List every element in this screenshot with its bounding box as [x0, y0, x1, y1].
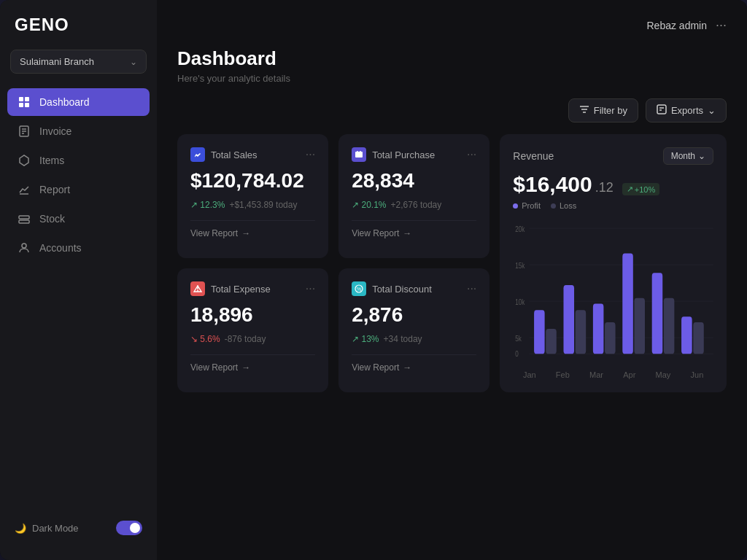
total-purchase-card: Total Purchase ··· 28,834 ↗ 20.1% +2,676… [338, 134, 489, 258]
svg-rect-3 [25, 103, 29, 107]
svg-point-11 [22, 244, 26, 248]
dashboard-icon [18, 96, 31, 109]
sidebar-footer: 🌙 Dark Mode [0, 510, 157, 545]
svg-rect-2 [19, 103, 23, 107]
legend-loss-dot [551, 203, 556, 209]
page-title: Dashboard [177, 47, 727, 70]
chart-x-labels: Jan Feb Mar Apr May Jun [513, 370, 713, 379]
total-sales-title-row: Total Sales [190, 147, 258, 162]
sidebar-item-invoice-label: Invoice [39, 125, 71, 137]
toggle-thumb [130, 523, 140, 533]
svg-rect-32 [576, 310, 587, 354]
revenue-chart: 20k 15k 10k 5k 0 [513, 220, 713, 366]
total-sales-card: Total Sales ··· $120,784.02 ↗ 12.3% +$1,… [177, 134, 328, 258]
total-sales-header: Total Sales ··· [190, 147, 315, 162]
total-sales-menu[interactable]: ··· [306, 148, 315, 161]
total-purchase-title: Total Purchase [372, 149, 435, 160]
branch-selector[interactable]: Sulaimani Branch ⌄ [10, 50, 147, 74]
total-purchase-menu[interactable]: ··· [467, 148, 476, 161]
total-expense-card: Total Expense ··· 18,896 ↘ 5.6% -876 tod… [177, 268, 328, 392]
total-expense-title-row: Total Expense [190, 281, 271, 296]
sidebar-item-stock-label: Stock [39, 213, 65, 225]
svg-text:10k: 10k [516, 297, 525, 306]
stock-icon [18, 212, 31, 225]
month-selector[interactable]: Month ⌄ [663, 147, 713, 165]
page-header: Dashboard Here's your analytic details [177, 47, 727, 84]
total-discount-trend-pct: ↗ 13% [352, 334, 379, 344]
svg-text:0: 0 [516, 349, 519, 358]
total-discount-card: % Total Discount ··· 2,876 ↗ 13% +34 tod… [338, 268, 489, 392]
sidebar-item-dashboard-label: Dashboard [39, 96, 90, 108]
svg-rect-34 [605, 322, 616, 354]
accounts-icon [18, 241, 31, 254]
moon-icon: 🌙 [15, 523, 26, 534]
chart-label-feb: Feb [556, 370, 570, 379]
sidebar-item-accounts[interactable]: Accounts [7, 234, 150, 262]
total-discount-view-report[interactable]: View Report → [352, 354, 476, 373]
total-expense-value: 18,896 [190, 303, 315, 327]
cards-grid: Total Sales ··· $120,784.02 ↗ 12.3% +$1,… [177, 134, 727, 392]
filter-icon [579, 104, 589, 117]
chart-label-may: May [656, 370, 671, 379]
total-expense-view-report[interactable]: View Report → [190, 354, 315, 373]
sidebar-item-stock[interactable]: Stock [7, 205, 150, 233]
total-expense-trend-pct: ↘ 5.6% [190, 334, 220, 344]
total-discount-menu[interactable]: ··· [467, 282, 476, 295]
filter-button[interactable]: Filter by [568, 98, 638, 122]
total-purchase-view-report[interactable]: View Report → [352, 220, 476, 238]
revenue-badge: ↗ +10% [622, 183, 659, 195]
total-expense-header: Total Expense ··· [190, 281, 315, 296]
svg-text:%: % [357, 287, 361, 292]
total-discount-header: % Total Discount ··· [352, 281, 476, 296]
chart-label-jan: Jan [523, 370, 536, 379]
legend-profit: Profit [513, 201, 541, 210]
revenue-amount: $16,400 .12 ↗ +10% [513, 172, 713, 197]
export-button[interactable]: Exports ⌄ [646, 98, 727, 122]
username: Rebaz admin [646, 20, 707, 31]
sidebar-item-accounts-label: Accounts [39, 242, 82, 254]
arrow-right-icon-4: → [403, 362, 411, 373]
dark-mode-toggle[interactable] [116, 521, 142, 535]
sidebar-item-dashboard[interactable]: Dashboard [7, 88, 150, 116]
total-sales-trend-text: +$1,453.89 today [229, 200, 297, 210]
svg-rect-18 [355, 152, 363, 158]
sidebar-item-items-label: Items [39, 155, 64, 166]
user-info: Rebaz admin ··· [646, 18, 727, 33]
svg-rect-29 [534, 310, 545, 354]
month-chevron-icon: ⌄ [698, 151, 705, 161]
export-chevron-icon: ⌄ [708, 105, 716, 116]
sidebar-item-items[interactable]: Items [7, 147, 150, 174]
total-expense-icon [190, 281, 205, 296]
total-purchase-trend-text: +2,676 today [391, 200, 442, 210]
app-container: GENO Sulaimani Branch ⌄ Dashboard [0, 0, 747, 560]
svg-rect-36 [635, 298, 646, 354]
sidebar-item-report-label: Report [39, 184, 70, 195]
svg-rect-9 [19, 216, 29, 219]
svg-text:20k: 20k [516, 224, 525, 233]
sidebar: GENO Sulaimani Branch ⌄ Dashboard [0, 0, 157, 560]
report-icon [18, 183, 31, 196]
total-sales-view-report[interactable]: View Report → [190, 220, 315, 238]
user-menu-dots[interactable]: ··· [716, 18, 727, 33]
svg-rect-30 [546, 329, 557, 354]
chart-svg: 20k 15k 10k 5k 0 [513, 220, 713, 366]
sidebar-item-report[interactable]: Report [7, 176, 150, 203]
svg-rect-15 [657, 105, 666, 114]
total-discount-title-row: % Total Discount [352, 281, 432, 296]
sidebar-nav: Dashboard Invoice [0, 88, 157, 510]
total-purchase-trend: ↗ 20.1% +2,676 today [352, 200, 476, 210]
sidebar-item-invoice[interactable]: Invoice [7, 117, 150, 145]
arrow-right-icon: → [241, 228, 250, 238]
chevron-down-icon: ⌄ [130, 57, 137, 67]
revenue-badge-text: +10% [635, 185, 655, 194]
arrow-right-icon-3: → [241, 362, 250, 373]
revenue-decimal: .12 [595, 180, 614, 195]
total-purchase-trend-pct: ↗ 20.1% [352, 200, 386, 210]
total-expense-menu[interactable]: ··· [306, 282, 315, 295]
svg-rect-1 [25, 97, 29, 101]
svg-rect-0 [19, 97, 23, 101]
svg-rect-33 [593, 303, 604, 354]
svg-text:5k: 5k [516, 333, 522, 343]
filter-label: Filter by [594, 105, 627, 116]
total-purchase-title-row: Total Purchase [352, 147, 435, 162]
